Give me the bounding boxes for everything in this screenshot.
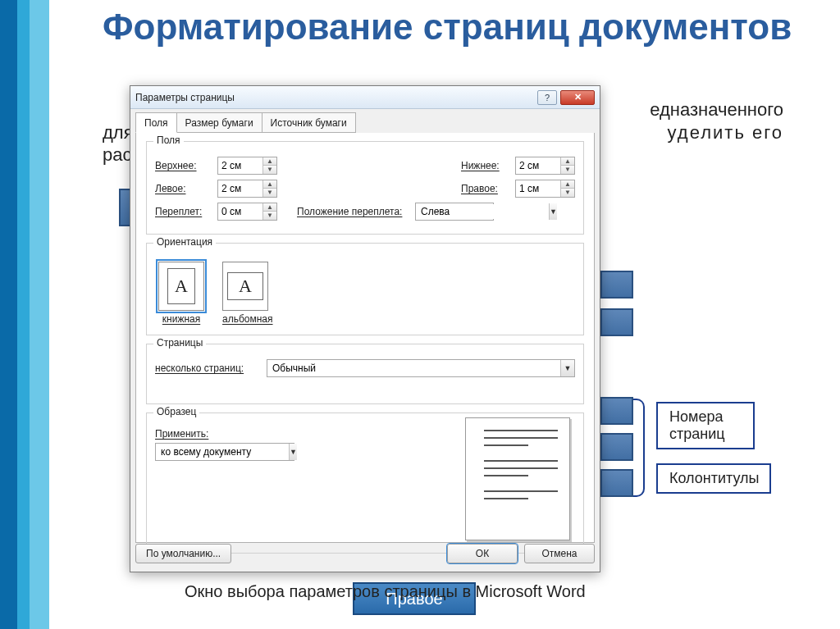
label-right: Правое: xyxy=(461,183,510,194)
label-gutter: Переплет: xyxy=(155,206,212,217)
orientation-portrait[interactable]: A книжная xyxy=(158,262,204,325)
chevron-up-icon[interactable]: ▲ xyxy=(561,157,574,166)
side-label-numbers: Номера страниц xyxy=(656,402,755,449)
label-multiple-pages: несколько страниц: xyxy=(155,362,262,374)
tab-paper-source[interactable]: Источник бумаги xyxy=(262,112,356,133)
group-sample: Образец Применить: ▼ xyxy=(146,412,584,554)
group-orientation: Ориентация A книжная A альбомная xyxy=(146,243,584,335)
dialog-button-row: По умолчанию... ОК Отмена xyxy=(135,540,595,567)
slide-accent-stripe xyxy=(0,0,49,629)
dialog-tabs: Поля Размер бумаги Источник бумаги xyxy=(130,109,600,133)
side-label-headers: Колонтитулы xyxy=(656,463,771,494)
select-gutter-position[interactable]: ▼ xyxy=(415,203,494,221)
group-pages: Страницы несколько страниц: ▼ xyxy=(146,344,584,404)
chevron-up-icon[interactable]: ▲ xyxy=(263,157,276,166)
spinner-buttons[interactable]: ▲▼ xyxy=(262,180,276,197)
group-orientation-legend: Ориентация xyxy=(153,236,216,248)
page-preview xyxy=(465,417,570,540)
group-margins: Поля Верхнее: ▲▼ Нижнее: ▲▼ Левое: ▲▼ xyxy=(146,141,584,235)
landscape-icon: A xyxy=(222,262,268,311)
slide-title: Форматирование страниц документов xyxy=(103,8,792,46)
spinner-buttons[interactable]: ▲▼ xyxy=(262,203,276,220)
chevron-down-icon[interactable]: ▼ xyxy=(289,444,297,460)
chevron-down-icon[interactable]: ▼ xyxy=(263,189,276,197)
tab-paper-size[interactable]: Размер бумаги xyxy=(176,112,262,133)
label-apply: Применить: xyxy=(155,428,208,440)
diagram-box xyxy=(600,397,633,425)
chevron-up-icon[interactable]: ▲ xyxy=(263,203,276,212)
chevron-down-icon[interactable]: ▼ xyxy=(263,212,276,220)
input-gutter[interactable]: ▲▼ xyxy=(217,203,277,221)
cancel-button[interactable]: Отмена xyxy=(524,544,595,563)
input-right-margin-field[interactable] xyxy=(516,181,560,196)
diagram-box xyxy=(600,469,633,497)
diagram-box xyxy=(600,308,633,336)
spinner-buttons[interactable]: ▲▼ xyxy=(262,157,276,174)
select-multiple-pages[interactable]: ▼ xyxy=(267,359,575,377)
orientation-portrait-label: книжная xyxy=(162,313,200,325)
input-top-margin-field[interactable] xyxy=(218,158,262,173)
select-apply-to-value xyxy=(156,444,289,459)
input-gutter-field[interactable] xyxy=(218,204,262,219)
chevron-down-icon[interactable]: ▼ xyxy=(263,166,276,174)
slide-caption: Окно выбора параметров страницы в Micros… xyxy=(185,582,586,601)
label-top: Верхнее: xyxy=(155,160,212,171)
orientation-landscape-label: альбомная xyxy=(222,313,273,325)
input-left-margin[interactable]: ▲▼ xyxy=(217,180,277,198)
input-bottom-margin[interactable]: ▲▼ xyxy=(515,157,575,175)
group-margins-legend: Поля xyxy=(153,134,184,146)
tab-pane-fields: Поля Верхнее: ▲▼ Нижнее: ▲▼ Левое: ▲▼ xyxy=(135,133,595,543)
help-button[interactable]: ? xyxy=(537,90,557,105)
portrait-icon: A xyxy=(158,262,204,311)
input-left-margin-field[interactable] xyxy=(218,181,262,196)
dialog-titlebar[interactable]: Параметры страницы ? ✕ xyxy=(130,86,600,109)
label-bottom: Нижнее: xyxy=(461,160,510,171)
dialog-title: Параметры страницы xyxy=(135,92,534,103)
close-button[interactable]: ✕ xyxy=(560,90,595,105)
page-setup-dialog: Параметры страницы ? ✕ Поля Размер бумаг… xyxy=(130,85,600,572)
label-left: Левое: xyxy=(155,183,212,194)
tab-fields[interactable]: Поля xyxy=(135,112,177,133)
chevron-down-icon[interactable]: ▼ xyxy=(561,166,574,174)
diagram-box xyxy=(600,271,633,299)
chevron-up-icon[interactable]: ▲ xyxy=(561,180,574,189)
spinner-buttons[interactable]: ▲▼ xyxy=(560,180,574,197)
chevron-down-icon[interactable]: ▼ xyxy=(561,189,574,197)
input-top-margin[interactable]: ▲▼ xyxy=(217,157,277,175)
chevron-down-icon[interactable]: ▼ xyxy=(549,203,557,220)
default-button[interactable]: По умолчанию... xyxy=(135,544,231,563)
input-right-margin[interactable]: ▲▼ xyxy=(515,180,575,198)
chevron-down-icon[interactable]: ▼ xyxy=(560,360,574,376)
group-pages-legend: Страницы xyxy=(153,337,206,349)
label-gutter-position: Положение переплета: xyxy=(297,206,410,217)
spinner-buttons[interactable]: ▲▼ xyxy=(560,157,574,174)
select-multiple-pages-value xyxy=(267,361,560,376)
select-gutter-position-value xyxy=(416,204,549,219)
brace-icon xyxy=(633,399,645,497)
ok-button[interactable]: ОК xyxy=(447,544,518,563)
orientation-landscape[interactable]: A альбомная xyxy=(222,262,273,325)
diagram-box xyxy=(600,433,633,461)
select-apply-to[interactable]: ▼ xyxy=(155,443,294,461)
group-sample-legend: Образец xyxy=(153,406,199,417)
chevron-up-icon[interactable]: ▲ xyxy=(263,180,276,189)
input-bottom-margin-field[interactable] xyxy=(516,158,560,173)
